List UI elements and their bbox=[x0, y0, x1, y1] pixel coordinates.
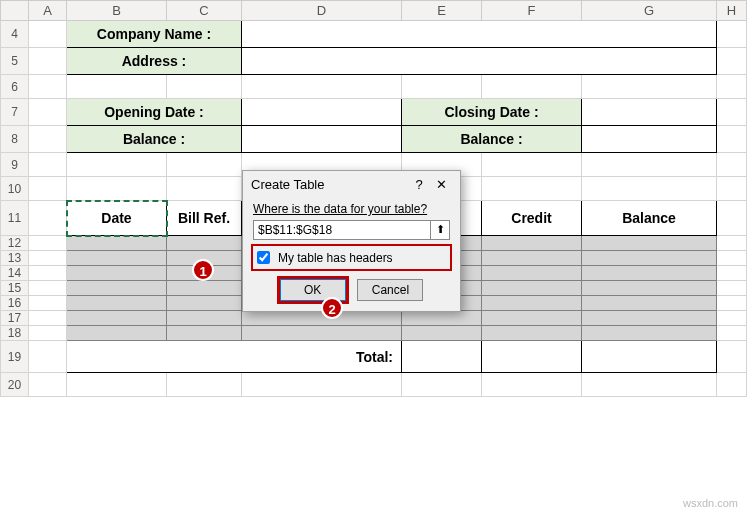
row-14[interactable]: 14 bbox=[1, 266, 29, 281]
th-credit[interactable]: Credit bbox=[482, 201, 582, 236]
table-row[interactable] bbox=[67, 266, 167, 281]
balance2-value[interactable] bbox=[582, 126, 717, 153]
col-A[interactable]: A bbox=[29, 1, 67, 21]
row-20[interactable]: 20 bbox=[1, 373, 29, 397]
collapse-range-icon[interactable]: ⬆ bbox=[430, 220, 450, 240]
create-table-dialog: Create Table ? ✕ Where is the data for y… bbox=[242, 170, 461, 312]
total-balance[interactable] bbox=[582, 341, 717, 373]
help-icon[interactable]: ? bbox=[408, 177, 430, 192]
col-F[interactable]: F bbox=[482, 1, 582, 21]
table-row[interactable] bbox=[67, 326, 167, 341]
row-12[interactable]: 12 bbox=[1, 236, 29, 251]
company-name-value[interactable] bbox=[242, 21, 717, 48]
watermark: wsxdn.com bbox=[683, 497, 738, 509]
balance1-value[interactable] bbox=[242, 126, 402, 153]
opening-date-value[interactable] bbox=[242, 99, 402, 126]
row-16[interactable]: 16 bbox=[1, 296, 29, 311]
table-row[interactable] bbox=[67, 281, 167, 296]
table-row[interactable] bbox=[67, 311, 167, 326]
column-headers[interactable]: A B C D E F G H bbox=[1, 1, 747, 21]
headers-checkbox[interactable] bbox=[257, 251, 270, 264]
opening-date-label: Opening Date : bbox=[67, 99, 242, 126]
callout-badge-1: 1 bbox=[192, 259, 214, 281]
total-label: Total: bbox=[67, 341, 402, 373]
headers-checkbox-label[interactable]: My table has headers bbox=[278, 251, 393, 265]
row-11[interactable]: 11 bbox=[1, 201, 29, 236]
col-B[interactable]: B bbox=[67, 1, 167, 21]
close-icon[interactable]: ✕ bbox=[430, 177, 452, 192]
dialog-title: Create Table bbox=[251, 177, 408, 192]
row-15[interactable]: 15 bbox=[1, 281, 29, 296]
closing-date-label: Closing Date : bbox=[402, 99, 582, 126]
table-row[interactable] bbox=[67, 296, 167, 311]
col-H[interactable]: H bbox=[717, 1, 747, 21]
col-G[interactable]: G bbox=[582, 1, 717, 21]
total-credit[interactable] bbox=[482, 341, 582, 373]
th-date[interactable]: Date bbox=[67, 201, 167, 236]
headers-checkbox-row[interactable]: My table has headers bbox=[253, 246, 450, 269]
company-name-label: Company Name : bbox=[67, 21, 242, 48]
col-C[interactable]: C bbox=[167, 1, 242, 21]
address-value[interactable] bbox=[242, 48, 717, 75]
range-prompt: Where is the data for your table? bbox=[253, 202, 450, 216]
row-10[interactable]: 10 bbox=[1, 177, 29, 201]
row-9[interactable]: 9 bbox=[1, 153, 29, 177]
th-balance[interactable]: Balance bbox=[582, 201, 717, 236]
callout-badge-2: 2 bbox=[321, 297, 343, 319]
col-D[interactable]: D bbox=[242, 1, 402, 21]
row-4[interactable]: 4 bbox=[1, 21, 29, 48]
cancel-button[interactable]: Cancel bbox=[357, 279, 423, 301]
table-row[interactable] bbox=[67, 236, 167, 251]
balance1-label: Balance : bbox=[67, 126, 242, 153]
range-input[interactable] bbox=[253, 220, 431, 240]
row-6[interactable]: 6 bbox=[1, 75, 29, 99]
address-label: Address : bbox=[67, 48, 242, 75]
th-billref[interactable]: Bill Ref. bbox=[167, 201, 242, 236]
col-E[interactable]: E bbox=[402, 1, 482, 21]
row-7[interactable]: 7 bbox=[1, 99, 29, 126]
row-13[interactable]: 13 bbox=[1, 251, 29, 266]
row-5[interactable]: 5 bbox=[1, 48, 29, 75]
row-18[interactable]: 18 bbox=[1, 326, 29, 341]
closing-date-value[interactable] bbox=[582, 99, 717, 126]
row-17[interactable]: 17 bbox=[1, 311, 29, 326]
total-debit[interactable] bbox=[402, 341, 482, 373]
table-row[interactable] bbox=[67, 251, 167, 266]
row-19[interactable]: 19 bbox=[1, 341, 29, 373]
balance2-label: Balance : bbox=[402, 126, 582, 153]
row-8[interactable]: 8 bbox=[1, 126, 29, 153]
